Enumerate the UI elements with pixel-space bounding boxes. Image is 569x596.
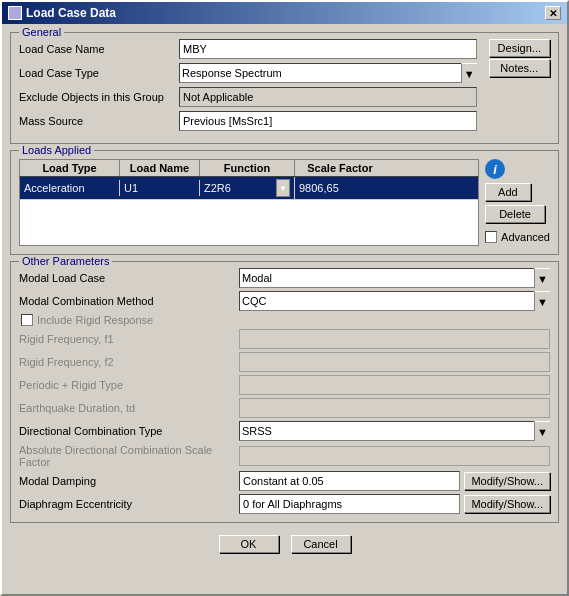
- abs-directional-row: Absolute Directional Combination Scale F…: [19, 444, 550, 468]
- load-case-type-wrapper: Response Spectrum ▼: [179, 63, 477, 83]
- cell-loadname: U1: [120, 180, 200, 196]
- table-row[interactable]: Acceleration U1 Z2R6 ▼ 9806,65: [20, 177, 478, 200]
- include-rigid-label: Include Rigid Response: [37, 314, 153, 326]
- loads-table-wrapper: Load Type Load Name Function Scale Facto…: [19, 159, 479, 246]
- modal-combination-row: Modal Combination Method CQC ▼: [19, 291, 550, 311]
- abs-directional-input: [239, 446, 550, 466]
- col-header-function: Function: [200, 160, 295, 176]
- advanced-row: Advanced: [485, 231, 550, 243]
- loads-applied-group: Loads Applied Load Type Load Name Functi…: [10, 150, 559, 255]
- diaphragm-input: [239, 494, 460, 514]
- modal-load-case-select[interactable]: Modal: [239, 268, 550, 288]
- general-group-label: General: [19, 26, 64, 38]
- periodic-rigid-input: [239, 375, 550, 395]
- loads-applied-label: Loads Applied: [19, 144, 94, 156]
- modal-damping-label: Modal Damping: [19, 475, 239, 487]
- add-button[interactable]: Add: [485, 183, 531, 201]
- rigid-freq-f2-row: Rigid Frequency, f2: [19, 352, 550, 372]
- modal-damping-button[interactable]: Modify/Show...: [464, 472, 550, 490]
- diaphragm-row: Diaphragm Eccentricity Modify/Show...: [19, 494, 550, 514]
- design-button[interactable]: Design...: [489, 39, 550, 57]
- window-title: Load Case Data: [26, 6, 116, 20]
- earthquake-duration-input: [239, 398, 550, 418]
- col-header-loadtype: Load Type: [20, 160, 120, 176]
- function-dropdown-arrow[interactable]: ▼: [276, 179, 290, 197]
- include-rigid-row: Include Rigid Response: [19, 314, 550, 326]
- loads-table-body[interactable]: Acceleration U1 Z2R6 ▼ 9806,65: [19, 176, 479, 246]
- mass-source-row: Mass Source: [19, 111, 477, 131]
- exclude-objects-label: Exclude Objects in this Group: [19, 91, 179, 103]
- earthquake-duration-label: Earthquake Duration, td: [19, 402, 239, 414]
- title-bar: Load Case Data ✕: [2, 2, 567, 24]
- directional-combination-wrapper: SRSS ▼: [239, 421, 550, 441]
- delete-button[interactable]: Delete: [485, 205, 545, 223]
- advanced-label: Advanced: [501, 231, 550, 243]
- loads-side: i Add Delete Advanced: [485, 159, 550, 246]
- modal-damping-input: [239, 471, 460, 491]
- mass-source-input[interactable]: [179, 111, 477, 131]
- other-params-content: Modal Load Case Modal ▼ Modal Combinatio…: [19, 268, 550, 514]
- modal-damping-row: Modal Damping Modify/Show...: [19, 471, 550, 491]
- col-header-loadname: Load Name: [120, 160, 200, 176]
- periodic-rigid-row: Periodic + Rigid Type: [19, 375, 550, 395]
- diaphragm-button[interactable]: Modify/Show...: [464, 495, 550, 513]
- load-case-name-input[interactable]: [179, 39, 477, 59]
- rigid-freq-f1-row: Rigid Frequency, f1: [19, 329, 550, 349]
- rigid-freq-f1-label: Rigid Frequency, f1: [19, 333, 239, 345]
- info-icon: i: [485, 159, 505, 179]
- general-side-buttons: Design... Notes...: [489, 39, 550, 135]
- window-icon: [8, 6, 22, 20]
- modal-load-case-label: Modal Load Case: [19, 272, 239, 284]
- abs-directional-label: Absolute Directional Combination Scale F…: [19, 444, 239, 468]
- notes-button[interactable]: Notes...: [489, 59, 550, 77]
- modal-combination-label: Modal Combination Method: [19, 295, 239, 307]
- exclude-objects-row: Exclude Objects in this Group: [19, 87, 477, 107]
- load-case-name-label: Load Case Name: [19, 43, 179, 55]
- loads-table-header: Load Type Load Name Function Scale Facto…: [19, 159, 479, 176]
- modal-combination-select[interactable]: CQC: [239, 291, 550, 311]
- bottom-buttons: OK Cancel: [10, 529, 559, 557]
- close-button[interactable]: ✕: [545, 6, 561, 20]
- periodic-rigid-label: Periodic + Rigid Type: [19, 379, 239, 391]
- include-rigid-checkbox[interactable]: [21, 314, 33, 326]
- advanced-checkbox[interactable]: [485, 231, 497, 243]
- diaphragm-label: Diaphragm Eccentricity: [19, 498, 239, 510]
- load-case-type-row: Load Case Type Response Spectrum ▼: [19, 63, 477, 83]
- modal-load-case-wrapper: Modal ▼: [239, 268, 550, 288]
- cell-loadtype: Acceleration: [20, 180, 120, 196]
- rigid-freq-f2-input: [239, 352, 550, 372]
- exclude-objects-input: [179, 87, 477, 107]
- load-case-name-row: Load Case Name: [19, 39, 477, 59]
- cell-scalefactor: 9806,65: [295, 180, 385, 196]
- mass-source-label: Mass Source: [19, 115, 179, 127]
- earthquake-duration-row: Earthquake Duration, td: [19, 398, 550, 418]
- directional-combination-select[interactable]: SRSS: [239, 421, 550, 441]
- load-case-type-select[interactable]: Response Spectrum: [179, 63, 477, 83]
- rigid-freq-f2-label: Rigid Frequency, f2: [19, 356, 239, 368]
- cancel-button[interactable]: Cancel: [291, 535, 351, 553]
- function-value: Z2R6: [204, 182, 276, 194]
- other-parameters-group: Other Parameters Modal Load Case Modal ▼…: [10, 261, 559, 523]
- modal-load-case-row: Modal Load Case Modal ▼: [19, 268, 550, 288]
- other-params-label: Other Parameters: [19, 255, 112, 267]
- cell-function[interactable]: Z2R6 ▼: [200, 177, 295, 199]
- rigid-freq-f1-input: [239, 329, 550, 349]
- modal-combination-wrapper: CQC ▼: [239, 291, 550, 311]
- ok-button[interactable]: OK: [219, 535, 279, 553]
- general-group: General Load Case Name Load Case Type Re…: [10, 32, 559, 144]
- directional-combination-row: Directional Combination Type SRSS ▼: [19, 421, 550, 441]
- col-header-scalefactor: Scale Factor: [295, 160, 385, 176]
- load-case-type-label: Load Case Type: [19, 67, 179, 79]
- directional-combination-label: Directional Combination Type: [19, 425, 239, 437]
